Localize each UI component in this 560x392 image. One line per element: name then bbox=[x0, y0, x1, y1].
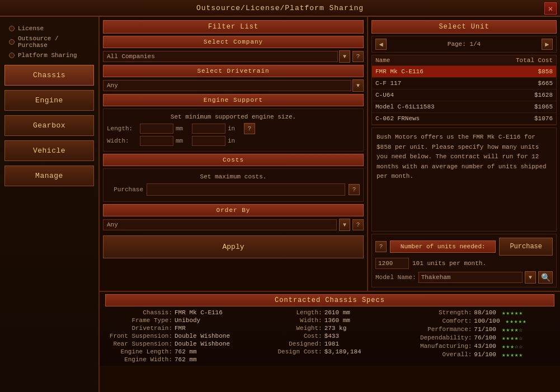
engine-length-in-input[interactable] bbox=[192, 124, 225, 134]
purchase-cost-input[interactable] bbox=[147, 183, 345, 196]
spec-row-rearsus: Rear Suspension: Double Wishbone bbox=[105, 340, 255, 348]
order-help-button[interactable]: ? bbox=[375, 241, 387, 252]
order-by-field[interactable]: Any bbox=[103, 219, 337, 230]
engine-width-mm-input[interactable] bbox=[140, 136, 173, 146]
prev-page-button[interactable]: ◀ bbox=[375, 39, 387, 50]
company-dropdown-arrow[interactable]: ▼ bbox=[339, 50, 350, 63]
model-name-label: Model Name: bbox=[375, 274, 416, 281]
sidebar-item-outsource[interactable]: Outsource / Purchase bbox=[4, 34, 94, 50]
nav-button-engine[interactable]: Engine bbox=[4, 90, 94, 111]
order-by-help-button[interactable]: ? bbox=[352, 219, 364, 230]
nav-button-gearbox[interactable]: Gearbox bbox=[4, 115, 94, 136]
sidebar-item-license[interactable]: License bbox=[4, 23, 94, 34]
unit-row-3[interactable]: Model C-61L11583 $1065 bbox=[372, 101, 556, 113]
unit-name-2: C-U64 bbox=[375, 92, 497, 98]
spec-row-width: Width: 1360 mm bbox=[255, 317, 405, 324]
spec-value-englen: 762 mm bbox=[175, 348, 197, 355]
spec-row-rating-4: Manufacturing:43/100★★★☆☆ bbox=[404, 342, 554, 351]
engine-support-header: Engine Support bbox=[103, 94, 364, 106]
spec-row-englen: Engine Length: 762 mm bbox=[105, 348, 255, 356]
costs-area: Set maximum costs. Purchase ? bbox=[103, 168, 364, 202]
next-page-button[interactable]: ▶ bbox=[542, 39, 553, 50]
engine-support-note: Set minimum supported engine size. bbox=[107, 112, 360, 121]
specs-mid-col: Length: 2610 mm Width: 1360 mm Weight: 2… bbox=[255, 309, 405, 363]
rating-stars-1: ★★★★★ bbox=[506, 318, 527, 325]
spec-label-weight: Weight: bbox=[255, 325, 322, 332]
model-name-row: Model Name: ▼ 🔍 bbox=[375, 271, 553, 284]
drivetrain-dropdown-field[interactable]: Any bbox=[103, 80, 351, 91]
nav-button-manage[interactable]: Manage bbox=[4, 166, 94, 186]
spec-row-weight: Weight: 273 kg bbox=[255, 324, 405, 332]
nav-button-chassis[interactable]: Chassis bbox=[4, 65, 94, 86]
engine-support-area: Set minimum supported engine size. Lengt… bbox=[103, 108, 364, 152]
main-container: License Outsource / Purchase Platform Sh… bbox=[0, 17, 560, 392]
rating-stars-5: ★★★★★ bbox=[502, 351, 523, 358]
purchase-cost-label: Purchase bbox=[107, 186, 143, 193]
company-dropdown-container: All Companies ▼ bbox=[103, 50, 350, 63]
spec-row-rating-1: Comfort:100/100★★★★★ bbox=[404, 317, 554, 325]
sidebar-label-outsource: Outsource / Purchase bbox=[18, 35, 90, 49]
engine-width-row: Width: mm in bbox=[107, 136, 360, 146]
radio-dot-license bbox=[9, 26, 15, 31]
unit-row-0[interactable]: FMR Mk C-E116 $858 bbox=[372, 66, 556, 78]
engine-support-help-button[interactable]: ? bbox=[244, 123, 255, 134]
engine-length-row: Length: mm in ? bbox=[107, 123, 360, 134]
rating-label-5: Overall: bbox=[404, 351, 472, 358]
company-filter-row: All Companies ▼ ? bbox=[103, 50, 364, 63]
specs-left-col: Chassis: FMR Mk C-E116 Frame Type: Unibo… bbox=[105, 309, 255, 363]
rating-stars-2: ★★★★☆ bbox=[502, 326, 523, 333]
order-by-header: Order By bbox=[103, 204, 364, 216]
sidebar-item-platform[interactable]: Platform Sharing bbox=[4, 50, 94, 60]
purchase-button[interactable]: Purchase bbox=[499, 238, 553, 256]
unit-table: Name Total Cost FMR Mk C-E116 $858 C-F 1… bbox=[371, 55, 557, 125]
unit-name-4: C-062 FRNews bbox=[375, 115, 497, 122]
spec-value-cost: $433 bbox=[324, 333, 339, 339]
costs-note: Set maximum costs. bbox=[107, 172, 360, 181]
page-indicator: Page: 1/4 bbox=[448, 41, 481, 48]
unit-row-1[interactable]: C-F 117 $665 bbox=[372, 78, 556, 89]
spec-label-rearsus: Rear Suspension: bbox=[105, 341, 172, 347]
rating-value-0: 88/100 bbox=[474, 309, 496, 317]
order-by-arrow[interactable]: ▼ bbox=[339, 219, 350, 231]
spec-row-cost: Cost: $433 bbox=[255, 332, 405, 340]
nav-button-vehicle[interactable]: Vehicle bbox=[4, 140, 94, 161]
engine-width-in-unit: in bbox=[228, 138, 242, 144]
spec-row-chassis: Chassis: FMR Mk C-E116 bbox=[105, 309, 255, 317]
quantity-input[interactable] bbox=[375, 258, 409, 269]
spec-row-rating-5: Overall:91/100★★★★★ bbox=[404, 351, 554, 359]
rating-stars-4: ★★★☆☆ bbox=[502, 343, 523, 350]
spec-label-engwid: Engine Width: bbox=[105, 356, 172, 363]
filter-panel: Filter List Select Company All Companies… bbox=[100, 17, 368, 291]
spec-value-chassis: FMR Mk C-E116 bbox=[175, 309, 223, 316]
rating-stars-0: ★★★★★ bbox=[502, 309, 523, 317]
specs-bar: Contracted Chassis Specs Chassis: FMR Mk… bbox=[100, 291, 560, 366]
purchase-cost-row: Purchase ? bbox=[107, 183, 360, 196]
engine-length-mm-input[interactable] bbox=[140, 124, 173, 134]
model-dropdown-arrow[interactable]: ▼ bbox=[525, 271, 536, 284]
spec-label-englen: Engine Length: bbox=[105, 348, 172, 355]
rating-value-1: 100/100 bbox=[474, 318, 500, 325]
spec-label-width: Width: bbox=[255, 317, 322, 324]
spec-value-length: 2610 mm bbox=[324, 309, 350, 316]
rating-value-3: 76/100 bbox=[474, 334, 496, 342]
rating-label-2: Performance: bbox=[404, 326, 472, 333]
drivetrain-dropdown-arrow[interactable]: ▼ bbox=[352, 79, 364, 92]
units-needed-label: Number of units needed: bbox=[390, 240, 496, 253]
spec-label-cost: Cost: bbox=[255, 333, 322, 339]
company-help-button[interactable]: ? bbox=[352, 51, 364, 62]
costs-help-button[interactable]: ? bbox=[349, 184, 360, 195]
company-dropdown-field[interactable]: All Companies bbox=[103, 51, 338, 62]
unit-panel: Select Unit ◀ Page: 1/4 ▶ Name Total Cos… bbox=[368, 17, 560, 291]
unit-row-2[interactable]: C-U64 $1628 bbox=[372, 89, 556, 101]
unit-row-4[interactable]: C-062 FRNews $1076 bbox=[372, 113, 556, 125]
model-name-input[interactable] bbox=[418, 272, 523, 283]
title-bar: Outsource/License/Platform Sharing ✕ bbox=[0, 0, 560, 17]
close-button[interactable]: ✕ bbox=[544, 2, 557, 15]
apply-button[interactable]: Apply bbox=[103, 235, 364, 258]
specs-header: Contracted Chassis Specs bbox=[105, 294, 554, 306]
model-browse-button[interactable]: 🔍 bbox=[538, 271, 553, 284]
engine-width-in-input[interactable] bbox=[192, 136, 225, 146]
sidebar: License Outsource / Purchase Platform Sh… bbox=[0, 17, 100, 392]
spec-row-engwid: Engine Width: 762 mm bbox=[105, 356, 255, 363]
unit-description: Bush Motors offers us the FMR Mk C-E116 … bbox=[371, 127, 557, 232]
